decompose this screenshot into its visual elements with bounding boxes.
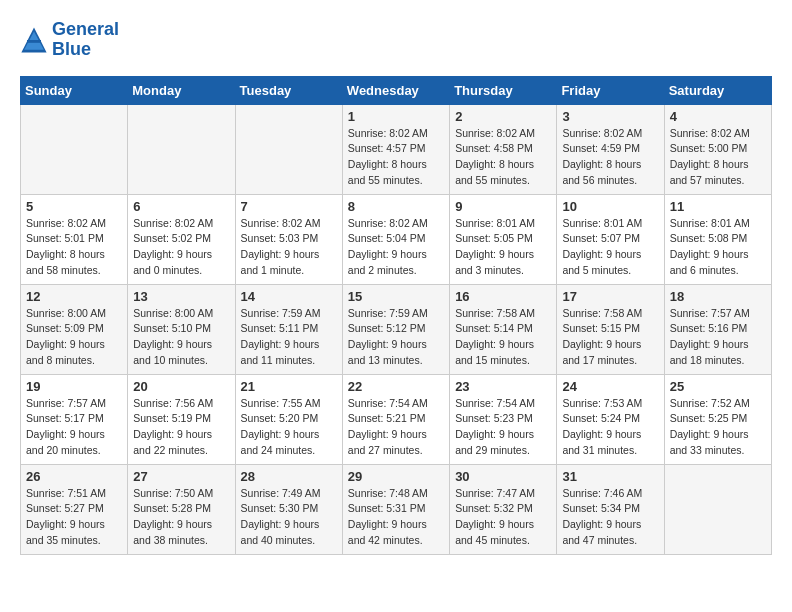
day-info: Sunrise: 8:00 AM Sunset: 5:09 PM Dayligh… [26,306,122,369]
day-number: 6 [133,199,229,214]
day-number: 2 [455,109,551,124]
day-info: Sunrise: 7:49 AM Sunset: 5:30 PM Dayligh… [241,486,337,549]
calendar-cell [128,104,235,194]
calendar-week-row: 5Sunrise: 8:02 AM Sunset: 5:01 PM Daylig… [21,194,772,284]
weekday-header-thursday: Thursday [450,76,557,104]
day-number: 27 [133,469,229,484]
day-info: Sunrise: 7:51 AM Sunset: 5:27 PM Dayligh… [26,486,122,549]
logo-icon [20,26,48,54]
calendar-cell: 5Sunrise: 8:02 AM Sunset: 5:01 PM Daylig… [21,194,128,284]
day-info: Sunrise: 8:02 AM Sunset: 5:01 PM Dayligh… [26,216,122,279]
day-number: 9 [455,199,551,214]
calendar-cell: 25Sunrise: 7:52 AM Sunset: 5:25 PM Dayli… [664,374,771,464]
calendar-cell: 19Sunrise: 7:57 AM Sunset: 5:17 PM Dayli… [21,374,128,464]
calendar-week-row: 26Sunrise: 7:51 AM Sunset: 5:27 PM Dayli… [21,464,772,554]
day-number: 1 [348,109,444,124]
day-info: Sunrise: 8:02 AM Sunset: 4:57 PM Dayligh… [348,126,444,189]
logo: General Blue [20,20,119,60]
day-info: Sunrise: 7:58 AM Sunset: 5:15 PM Dayligh… [562,306,658,369]
day-number: 30 [455,469,551,484]
weekday-header-tuesday: Tuesday [235,76,342,104]
calendar-cell: 17Sunrise: 7:58 AM Sunset: 5:15 PM Dayli… [557,284,664,374]
day-number: 7 [241,199,337,214]
calendar-week-row: 19Sunrise: 7:57 AM Sunset: 5:17 PM Dayli… [21,374,772,464]
calendar-cell: 16Sunrise: 7:58 AM Sunset: 5:14 PM Dayli… [450,284,557,374]
calendar-cell: 4Sunrise: 8:02 AM Sunset: 5:00 PM Daylig… [664,104,771,194]
calendar-cell: 29Sunrise: 7:48 AM Sunset: 5:31 PM Dayli… [342,464,449,554]
day-info: Sunrise: 8:01 AM Sunset: 5:07 PM Dayligh… [562,216,658,279]
day-number: 24 [562,379,658,394]
day-info: Sunrise: 7:58 AM Sunset: 5:14 PM Dayligh… [455,306,551,369]
calendar-cell: 27Sunrise: 7:50 AM Sunset: 5:28 PM Dayli… [128,464,235,554]
calendar-cell: 31Sunrise: 7:46 AM Sunset: 5:34 PM Dayli… [557,464,664,554]
day-info: Sunrise: 7:46 AM Sunset: 5:34 PM Dayligh… [562,486,658,549]
day-info: Sunrise: 7:54 AM Sunset: 5:21 PM Dayligh… [348,396,444,459]
day-number: 18 [670,289,766,304]
day-number: 26 [26,469,122,484]
day-info: Sunrise: 8:00 AM Sunset: 5:10 PM Dayligh… [133,306,229,369]
day-number: 31 [562,469,658,484]
day-info: Sunrise: 8:02 AM Sunset: 4:58 PM Dayligh… [455,126,551,189]
day-info: Sunrise: 7:57 AM Sunset: 5:17 PM Dayligh… [26,396,122,459]
day-number: 13 [133,289,229,304]
day-info: Sunrise: 8:02 AM Sunset: 4:59 PM Dayligh… [562,126,658,189]
calendar-cell: 13Sunrise: 8:00 AM Sunset: 5:10 PM Dayli… [128,284,235,374]
day-info: Sunrise: 7:47 AM Sunset: 5:32 PM Dayligh… [455,486,551,549]
day-number: 12 [26,289,122,304]
day-number: 4 [670,109,766,124]
day-number: 10 [562,199,658,214]
weekday-header-monday: Monday [128,76,235,104]
day-info: Sunrise: 7:50 AM Sunset: 5:28 PM Dayligh… [133,486,229,549]
weekday-header-wednesday: Wednesday [342,76,449,104]
calendar-cell: 21Sunrise: 7:55 AM Sunset: 5:20 PM Dayli… [235,374,342,464]
day-info: Sunrise: 7:56 AM Sunset: 5:19 PM Dayligh… [133,396,229,459]
day-info: Sunrise: 7:57 AM Sunset: 5:16 PM Dayligh… [670,306,766,369]
day-number: 8 [348,199,444,214]
calendar-cell: 15Sunrise: 7:59 AM Sunset: 5:12 PM Dayli… [342,284,449,374]
day-number: 22 [348,379,444,394]
weekday-header-sunday: Sunday [21,76,128,104]
calendar-cell: 14Sunrise: 7:59 AM Sunset: 5:11 PM Dayli… [235,284,342,374]
weekday-header-row: SundayMondayTuesdayWednesdayThursdayFrid… [21,76,772,104]
day-info: Sunrise: 8:02 AM Sunset: 5:03 PM Dayligh… [241,216,337,279]
calendar-cell: 20Sunrise: 7:56 AM Sunset: 5:19 PM Dayli… [128,374,235,464]
calendar-cell: 23Sunrise: 7:54 AM Sunset: 5:23 PM Dayli… [450,374,557,464]
day-number: 28 [241,469,337,484]
day-number: 25 [670,379,766,394]
day-info: Sunrise: 8:01 AM Sunset: 5:08 PM Dayligh… [670,216,766,279]
calendar-cell: 22Sunrise: 7:54 AM Sunset: 5:21 PM Dayli… [342,374,449,464]
calendar-cell: 8Sunrise: 8:02 AM Sunset: 5:04 PM Daylig… [342,194,449,284]
logo-text: General Blue [52,20,119,60]
calendar-cell: 18Sunrise: 7:57 AM Sunset: 5:16 PM Dayli… [664,284,771,374]
day-number: 3 [562,109,658,124]
day-number: 21 [241,379,337,394]
calendar-week-row: 1Sunrise: 8:02 AM Sunset: 4:57 PM Daylig… [21,104,772,194]
calendar-cell: 26Sunrise: 7:51 AM Sunset: 5:27 PM Dayli… [21,464,128,554]
day-number: 17 [562,289,658,304]
day-number: 11 [670,199,766,214]
day-number: 14 [241,289,337,304]
day-info: Sunrise: 7:54 AM Sunset: 5:23 PM Dayligh… [455,396,551,459]
page-header: General Blue [20,20,772,60]
day-info: Sunrise: 7:52 AM Sunset: 5:25 PM Dayligh… [670,396,766,459]
day-info: Sunrise: 7:59 AM Sunset: 5:12 PM Dayligh… [348,306,444,369]
calendar-cell: 30Sunrise: 7:47 AM Sunset: 5:32 PM Dayli… [450,464,557,554]
calendar-table: SundayMondayTuesdayWednesdayThursdayFrid… [20,76,772,555]
calendar-cell: 6Sunrise: 8:02 AM Sunset: 5:02 PM Daylig… [128,194,235,284]
svg-rect-2 [27,40,41,43]
weekday-header-friday: Friday [557,76,664,104]
day-info: Sunrise: 7:53 AM Sunset: 5:24 PM Dayligh… [562,396,658,459]
calendar-cell: 28Sunrise: 7:49 AM Sunset: 5:30 PM Dayli… [235,464,342,554]
calendar-cell: 11Sunrise: 8:01 AM Sunset: 5:08 PM Dayli… [664,194,771,284]
day-info: Sunrise: 7:55 AM Sunset: 5:20 PM Dayligh… [241,396,337,459]
day-info: Sunrise: 7:59 AM Sunset: 5:11 PM Dayligh… [241,306,337,369]
calendar-week-row: 12Sunrise: 8:00 AM Sunset: 5:09 PM Dayli… [21,284,772,374]
calendar-cell: 1Sunrise: 8:02 AM Sunset: 4:57 PM Daylig… [342,104,449,194]
calendar-cell: 2Sunrise: 8:02 AM Sunset: 4:58 PM Daylig… [450,104,557,194]
calendar-cell: 9Sunrise: 8:01 AM Sunset: 5:05 PM Daylig… [450,194,557,284]
calendar-cell [21,104,128,194]
day-number: 29 [348,469,444,484]
day-number: 5 [26,199,122,214]
calendar-cell: 24Sunrise: 7:53 AM Sunset: 5:24 PM Dayli… [557,374,664,464]
day-info: Sunrise: 7:48 AM Sunset: 5:31 PM Dayligh… [348,486,444,549]
